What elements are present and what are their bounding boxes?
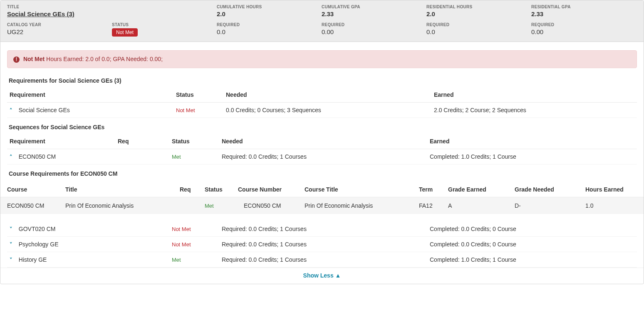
alert-status: Not Met (23, 56, 45, 62)
required-2-label: REQUIRED (322, 22, 426, 27)
alert-icon: ! (13, 57, 20, 63)
chevron-down-icon[interactable]: ˅ (10, 226, 15, 232)
show-less-button[interactable]: Show Less ▲ (303, 272, 341, 279)
col-requirement: Requirement (7, 89, 173, 103)
residential-hours-label: RESIDENTIAL HOURS (426, 5, 531, 9)
course-req (177, 197, 202, 214)
needed-value: Required: 0.0 Credits; 1 Courses (219, 236, 427, 252)
sequences-table-more: ˅ GOVT020 CM Not Met Required: 0.0 Credi… (7, 221, 637, 268)
col-term: Term (416, 182, 446, 197)
sequence-name[interactable]: History GE (19, 256, 47, 263)
course-code: ECON050 CM (0, 197, 63, 214)
chevron-up-icon[interactable]: ˄ (10, 154, 15, 160)
required-2-value: 0.00 (322, 28, 426, 35)
status-value: Not Met (172, 226, 191, 232)
sequence-name[interactable]: ECON050 CM (19, 153, 56, 160)
col-earned: Earned (427, 135, 637, 149)
earned-value: 2.0 Credits; 2 Course; 2 Sequences (431, 102, 637, 118)
residential-gpa-label: RESIDENTIAL GPA (531, 5, 636, 9)
needed-value: Required: 0.0 Credits; 1 Courses (219, 221, 427, 237)
col-grade-earned: Grade Earned (446, 182, 512, 197)
chevron-down-icon[interactable]: ˅ (10, 257, 15, 263)
title-label: TITLE (7, 5, 112, 9)
alert-not-met: ! Not Met Hours Earned: 2.0 of 0.0; GPA … (7, 50, 637, 68)
sequence-name[interactable]: GOVT020 CM (19, 226, 56, 232)
cumulative-gpa-label: CUMULATIVE GPA (322, 5, 426, 9)
course-requirements-section-title: Course Requirements for ECON050 CM (9, 170, 637, 177)
col-grade-needed: Grade Needed (512, 182, 583, 197)
requirements-section-title: Requirements for Social Science GEs (3) (9, 77, 637, 84)
requirements-table: Requirement Status Needed Earned ˄ Socia… (7, 89, 637, 118)
sequences-table: Requirement Req Status Needed Earned ˄ E… (7, 135, 637, 165)
residential-hours-value: 2.0 (426, 10, 531, 17)
col-status: Status (169, 135, 219, 149)
required-4-label: REQUIRED (531, 22, 636, 27)
status-value: Met (205, 203, 214, 209)
col-requirement: Requirement (7, 135, 115, 149)
col-course: Course (0, 182, 63, 197)
col-req: Req (115, 135, 169, 149)
course-requirements-table: Course Title Req Status Course Number Co… (0, 182, 644, 214)
earned-value: Completed: 1.0 Credits; 1 Course (427, 149, 637, 164)
required-1-value: 0.0 (217, 28, 322, 35)
col-course-number: Course Number (235, 182, 302, 197)
required-4-value: 0.00 (531, 28, 636, 35)
needed-value: Required: 0.0 Credits; 1 Courses (219, 149, 427, 164)
col-earned: Earned (431, 89, 637, 103)
needed-value: Required: 0.0 Credits; 1 Courses (219, 252, 427, 267)
catalog-year-value: UG22 (7, 28, 112, 35)
required-1-label: REQUIRED (217, 22, 322, 27)
col-course-title: Course Title (302, 182, 416, 197)
status-value: Not Met (176, 107, 195, 113)
footer: Show Less ▲ (0, 268, 644, 284)
col-title: Title (63, 182, 177, 197)
course-number: ECON050 CM (235, 197, 302, 214)
required-3-value: 0.0 (426, 28, 531, 35)
earned-value: Completed: 0.0 Credits; 0 Course (427, 236, 637, 252)
chevron-up-icon[interactable]: ˄ (10, 107, 15, 113)
alert-text: Hours Earned: 2.0 of 0.0; GPA Needed: 0.… (46, 56, 163, 62)
table-row: ˅ GOVT020 CM Not Met Required: 0.0 Credi… (7, 221, 637, 237)
catalog-year-label: CATALOG YEAR (7, 22, 112, 27)
grade-needed-value: D- (512, 197, 583, 214)
col-needed: Needed (223, 89, 431, 103)
col-hours-earned: Hours Earned (583, 182, 644, 197)
status-value: Met (172, 154, 181, 160)
col-status: Status (173, 89, 223, 103)
summary-header: TITLE Social Science GEs (3) CUMULATIVE … (0, 0, 644, 42)
chevron-down-icon[interactable]: ˅ (10, 241, 15, 248)
table-row: ˄ Social Science GEs Not Met 0.0 Credits… (7, 102, 637, 118)
table-row: ECON050 CM Prin Of Economic Analysis Met… (0, 197, 644, 214)
col-needed: Needed (219, 135, 427, 149)
earned-value: Completed: 1.0 Credits; 1 Course (427, 252, 637, 267)
cumulative-gpa-value: 2.33 (322, 10, 426, 17)
status-value: Not Met (172, 241, 191, 248)
title-link[interactable]: Social Science GEs (3) (7, 10, 74, 17)
sequences-section-title: Sequences for Social Science GEs (9, 124, 637, 130)
cumulative-hours-value: 2.0 (217, 10, 322, 17)
requirement-name[interactable]: Social Science GEs (19, 107, 70, 113)
course-title: Prin Of Economic Analysis (63, 197, 177, 214)
table-row: ˄ ECON050 CM Met Required: 0.0 Credits; … (7, 149, 637, 164)
required-3-label: REQUIRED (426, 22, 531, 27)
table-row: ˅ Psychology GE Not Met Required: 0.0 Cr… (7, 236, 637, 252)
col-status: Status (202, 182, 235, 197)
earned-value: Completed: 0.0 Credits; 0 Course (427, 221, 637, 237)
status-value: Met (172, 257, 181, 263)
residential-gpa-value: 2.33 (531, 10, 636, 17)
hours-earned-value: 1.0 (583, 197, 644, 214)
term-value: FA12 (416, 197, 446, 214)
cumulative-hours-label: CUMULATIVE HOURS (217, 5, 322, 9)
needed-value: 0.0 Credits; 0 Courses; 3 Sequences (223, 102, 431, 118)
status-badge: Not Met (112, 28, 138, 37)
table-row: ˅ History GE Met Required: 0.0 Credits; … (7, 252, 637, 267)
status-label: STATUS (112, 22, 217, 27)
course-title-2: Prin Of Economic Analysis (302, 197, 416, 214)
grade-earned-value: A (446, 197, 512, 214)
sequence-name[interactable]: Psychology GE (19, 241, 59, 248)
col-req: Req (177, 182, 202, 197)
